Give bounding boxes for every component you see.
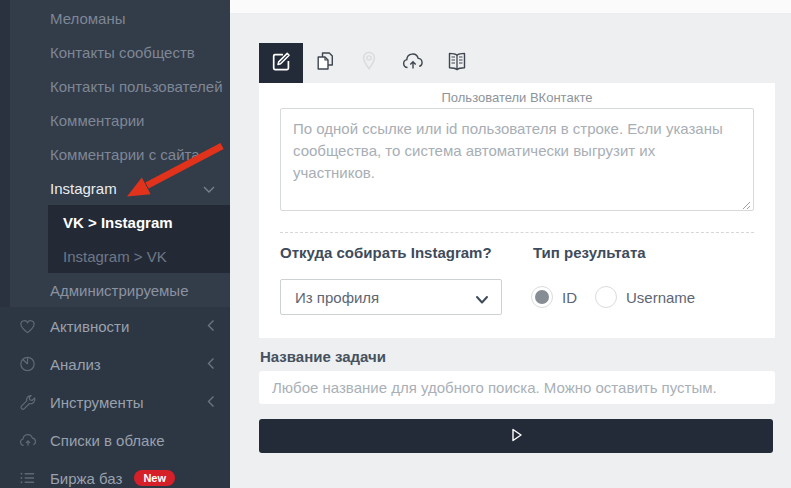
chevron-left-icon [207, 394, 215, 411]
sidebar-item-label: Комментарии [50, 112, 144, 129]
sidebar-item-site-comments[interactable]: Комментарии с сайта [0, 137, 230, 171]
submenu-item-instagram-to-vk[interactable]: Instagram > VK [48, 239, 230, 273]
tab-manual-input[interactable] [259, 43, 303, 83]
sidebar: Меломаны Контакты сообществ Контакты пол… [0, 0, 230, 488]
instagram-submenu: VK > Instagram Instagram > VK [48, 205, 230, 273]
sidebar-item-instagram[interactable]: Instagram [0, 171, 230, 205]
cloud-icon [18, 432, 38, 448]
sidebar-item-label: Списки в облаке [50, 432, 165, 449]
sidebar-item-user-contacts[interactable]: Контакты пользователей [0, 69, 230, 103]
run-task-button[interactable] [259, 419, 773, 453]
wrench-icon [18, 393, 37, 412]
list-icon [18, 470, 37, 487]
sidebar-item-analysis[interactable]: Анализ [0, 345, 230, 383]
pie-chart-icon [18, 355, 37, 374]
app-window: Меломаны Контакты сообществ Контакты пол… [0, 0, 791, 488]
sidebar-item-label: Instagram [50, 180, 117, 197]
main-content: Пользователи ВКонтакте Откуда собирать I… [230, 0, 791, 488]
resize-grip-icon[interactable] [740, 197, 752, 215]
result-type-radios: ID Username [531, 279, 713, 315]
submenu-item-label: Instagram > VK [63, 248, 167, 265]
tab-from-copy[interactable] [303, 43, 347, 83]
chevron-down-icon [475, 291, 489, 308]
sidebar-item-label: Меломаны [50, 10, 126, 27]
chevron-left-icon [207, 356, 215, 373]
chevron-left-icon [207, 318, 215, 335]
sidebar-item-administered[interactable]: Администрируемые [0, 273, 230, 307]
book-icon [444, 49, 470, 77]
sidebar-item-label: Комментарии с сайта [50, 146, 200, 163]
submenu-item-vk-to-instagram[interactable]: VK > Instagram [48, 205, 230, 239]
radio-username-label: Username [626, 289, 695, 306]
radio-username[interactable] [595, 286, 617, 308]
sidebar-item-tools[interactable]: Инструменты [0, 383, 230, 421]
submenu-item-label: VK > Instagram [63, 214, 173, 231]
radio-id-label: ID [562, 289, 577, 306]
sidebar-item-label: Активности [50, 318, 129, 335]
source-form-panel: Пользователи ВКонтакте Откуда собирать I… [259, 83, 775, 338]
tab-geo[interactable] [347, 43, 391, 83]
chevron-down-icon [203, 180, 215, 197]
sidebar-item-label: Администрируемые [50, 282, 189, 299]
copy-icon [313, 49, 337, 77]
task-name-label: Название задачи [260, 348, 386, 365]
sidebar-item-label: Контакты сообществ [50, 44, 195, 61]
sidebar-item-label: Биржа баз [50, 470, 122, 487]
result-type-label: Тип результата [533, 244, 646, 261]
collect-from-value: Из профиля [295, 289, 379, 306]
collect-from-label: Откуда собирать Instagram? [280, 244, 492, 261]
input-mode-tabs [259, 43, 479, 83]
task-name-input[interactable] [259, 371, 775, 404]
sidebar-item-base-exchange[interactable]: Биржа баз New [0, 459, 230, 488]
dashed-divider [280, 232, 754, 233]
sidebar-item-comments[interactable]: Комментарии [0, 103, 230, 137]
new-badge: New [134, 470, 175, 486]
source-field-label: Пользователи ВКонтакте [259, 90, 775, 105]
cloud-upload-icon [400, 49, 426, 77]
heart-icon [18, 317, 37, 335]
sidebar-item-label: Анализ [50, 356, 101, 373]
source-links-textarea[interactable] [280, 108, 754, 211]
top-header-strip [230, 0, 791, 14]
sidebar-item-label: Контакты пользователей [50, 78, 223, 95]
location-pin-icon [357, 49, 381, 77]
collect-from-select[interactable]: Из профиля [280, 279, 502, 315]
sidebar-item-activities[interactable]: Активности [0, 307, 230, 345]
radio-id[interactable] [531, 286, 553, 308]
sidebar-item-melomany[interactable]: Меломаны [0, 1, 230, 35]
tab-cloud-import[interactable] [391, 43, 435, 83]
sidebar-item-community-contacts[interactable]: Контакты сообществ [0, 35, 230, 69]
tab-catalog[interactable] [435, 43, 479, 83]
edit-icon [269, 49, 293, 77]
sidebar-item-label: Инструменты [50, 394, 144, 411]
sidebar-item-cloud-lists[interactable]: Списки в облаке [0, 421, 230, 459]
play-icon [507, 426, 525, 447]
